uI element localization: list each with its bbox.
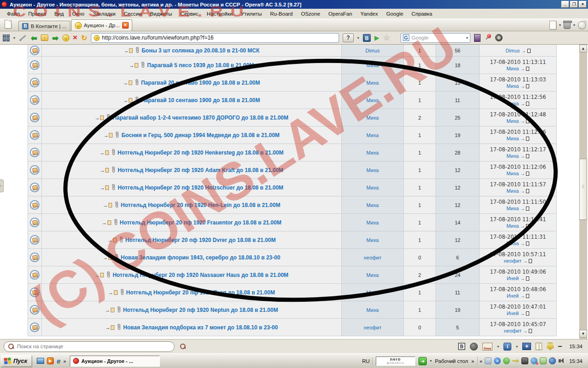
start-button[interactable]: Пуск — [1, 355, 32, 367]
author-link[interactable]: Миха — [367, 272, 379, 278]
author-link[interactable]: Миха — [367, 98, 379, 103]
topic-link[interactable]: → Нотгельд Нюрнберг 20 пф 1920 Hen-Lein … — [103, 201, 280, 208]
goto-last-post-icon[interactable]: → — [520, 311, 525, 316]
goto-post-icon[interactable]: → — [95, 115, 104, 121]
goto-last-post-icon[interactable]: → — [520, 206, 525, 211]
tray-volume-icon[interactable] — [558, 357, 565, 364]
back-button[interactable]: ⬅ — [31, 34, 37, 42]
internet-explorer-icon[interactable]: e — [57, 357, 60, 365]
menu-item[interactable]: Google — [382, 10, 407, 17]
tab-close-icon[interactable]: × — [122, 22, 129, 29]
last-post-author-link[interactable]: Dimus — [505, 48, 520, 53]
tray-image-icon[interactable] — [485, 357, 492, 364]
info-icon[interactable]: i — [503, 343, 511, 351]
menu-item[interactable]: Окно — [68, 10, 89, 17]
topic-title[interactable]: Парагвай набор 1-2-4 чентезимо 1870 ДОРО… — [113, 115, 288, 121]
tray-network-error-icon[interactable] — [531, 357, 537, 364]
stop-icon[interactable]: × — [73, 33, 78, 42]
goto-last-post-icon[interactable]: → — [520, 189, 525, 194]
panels-icon[interactable] — [3, 34, 10, 41]
goto-last-post-page-icon[interactable] — [529, 329, 532, 333]
chevron-down-icon[interactable]: ▾ — [357, 36, 359, 40]
last-post-author-link[interactable]: Иней — [507, 310, 519, 316]
minimize-button[interactable]: _ — [561, 1, 569, 8]
last-post-author-link[interactable]: Миха — [507, 136, 519, 141]
goto-post-icon[interactable]: → — [103, 202, 112, 208]
play-icon[interactable]: ▶ — [374, 34, 379, 41]
search-placeholder[interactable]: Google — [412, 35, 464, 40]
goto-last-post-icon[interactable]: → — [520, 66, 525, 71]
goto-post-icon[interactable]: → — [123, 98, 132, 103]
scroll-down-arrow[interactable]: ▼ — [579, 330, 587, 338]
goto-last-post-page-icon[interactable] — [526, 67, 529, 71]
goto-last-post-page-icon[interactable] — [526, 137, 529, 141]
url-text[interactable]: http://coins.lave.ru/forum/viewforum.php… — [102, 34, 214, 41]
last-post-author-link[interactable]: Миха — [507, 66, 519, 71]
chevron-down-icon[interactable]: ▾ — [497, 345, 499, 349]
google-search-box[interactable]: G Google ▾ — [401, 33, 470, 43]
goto-post-icon[interactable]: → — [102, 220, 111, 225]
goto-last-post-icon[interactable]: → — [523, 259, 527, 264]
goto-last-post-page-icon[interactable] — [526, 84, 529, 88]
goto-last-post-icon[interactable]: → — [520, 101, 525, 106]
author-link[interactable]: Миха — [367, 220, 379, 225]
last-post-author-link[interactable]: Миха — [507, 153, 519, 159]
globe-icon[interactable] — [470, 343, 478, 351]
pushpin-icon[interactable] — [484, 34, 492, 42]
find-input[interactable] — [17, 344, 170, 349]
chevron-more-icon[interactable]: » — [471, 358, 474, 364]
topic-title[interactable]: Новая Зеландия флорин 1943, серебро до 1… — [121, 254, 280, 261]
last-post-author-link[interactable]: Миха — [507, 83, 519, 89]
menu-item[interactable]: Сервис — [176, 10, 203, 17]
menu-item[interactable]: Утилиты — [237, 10, 266, 17]
chevron-down-icon[interactable]: ▾ — [559, 23, 561, 27]
smiley-button[interactable]: ☺ — [62, 34, 69, 41]
goto-last-post-icon[interactable]: → — [521, 48, 526, 53]
topic-title[interactable]: Нотгельд Нюрнберг 20 пф 1920 Frauentor д… — [120, 219, 282, 226]
history-clock-icon[interactable] — [578, 21, 586, 29]
goto-last-post-page-icon[interactable] — [526, 172, 529, 176]
goto-post-icon[interactable]: → — [124, 48, 133, 53]
topic-title[interactable]: Нотгельд Нюрнберг 20 пф 1920 Henkersteg … — [118, 150, 283, 156]
menu-item[interactable]: Ru-Board — [266, 10, 297, 17]
menu-item[interactable]: OperaFan — [324, 10, 356, 17]
up-button[interactable]: ↑ — [41, 34, 48, 41]
topic-link[interactable]: → Новая Зеландия подборка из 7 монет до … — [105, 324, 278, 331]
topic-link[interactable]: → Нотгельд Нюрнберг 20 пф 1920 Nassauer … — [95, 271, 288, 278]
bookmark-star-icon[interactable]: ★ — [383, 33, 390, 43]
author-link[interactable]: Миха — [367, 185, 379, 190]
tray-key-icon[interactable] — [512, 357, 519, 364]
topic-title[interactable]: Парагвай 5 песо 1939 до 18.08 в 21.00М — [147, 62, 254, 69]
author-link[interactable]: неофит — [364, 325, 382, 330]
goto-post-icon[interactable]: → — [100, 185, 109, 190]
language-indicator[interactable]: RU — [360, 357, 373, 365]
goto-last-post-icon[interactable]: → — [520, 119, 525, 124]
goto-last-post-page-icon[interactable] — [526, 189, 529, 193]
goto-last-post-icon[interactable]: → — [520, 84, 525, 89]
topic-title[interactable]: Нотгельд Нюрнберг 20 пф 1920 Nassauer Ha… — [113, 272, 288, 278]
goto-last-post-page-icon[interactable] — [526, 119, 529, 123]
vertical-scrollbar[interactable]: ▲ ▼ — [579, 45, 587, 339]
scroll-up-arrow[interactable]: ▲ — [579, 45, 587, 52]
tray-power-icon[interactable] — [540, 357, 547, 364]
last-post-author-link[interactable]: неофит — [504, 258, 522, 264]
menu-item[interactable]: Файл — [3, 10, 24, 17]
last-post-author-link[interactable]: Миха — [507, 188, 519, 194]
author-link[interactable]: Dimus — [365, 48, 379, 53]
last-post-author-link[interactable]: Иней — [507, 293, 519, 299]
author-link[interactable]: Миха — [367, 150, 379, 155]
topic-link[interactable]: → Нотгельд Нюрнберг 20 пф 1920 Henkerste… — [100, 149, 283, 156]
topic-title[interactable]: Парагвай 20 сентаво 1900 до 18.08 в 21.0… — [141, 80, 260, 86]
menu-item[interactable]: Вид — [50, 10, 68, 17]
topic-link[interactable]: → Нотгельд Нюрнберг 20 пф 1920 Holzschue… — [100, 184, 283, 191]
menu-item[interactable]: Справка — [407, 10, 436, 17]
menu-item[interactable]: Виджеты — [146, 10, 176, 17]
tray-internet-icon[interactable] — [549, 357, 556, 364]
taskbar-window-button[interactable]: Аукцион - Другое - ... — [70, 356, 160, 367]
topic-title[interactable]: Нотгельд Нюрнберг 20 пф 1920 Dvrer до 18… — [125, 237, 276, 243]
goto-post-icon[interactable]: → — [103, 132, 113, 138]
topic-title[interactable]: Парагвай 10 сентаво 1900 до 18.08 в 21.0… — [141, 97, 260, 104]
author-link[interactable]: Миха — [367, 290, 379, 295]
last-post-author-link[interactable]: неофит — [504, 328, 522, 334]
topic-link[interactable]: → Нотгельд Нюрнберг 20 пф 1920 Burg до 1… — [108, 289, 275, 296]
